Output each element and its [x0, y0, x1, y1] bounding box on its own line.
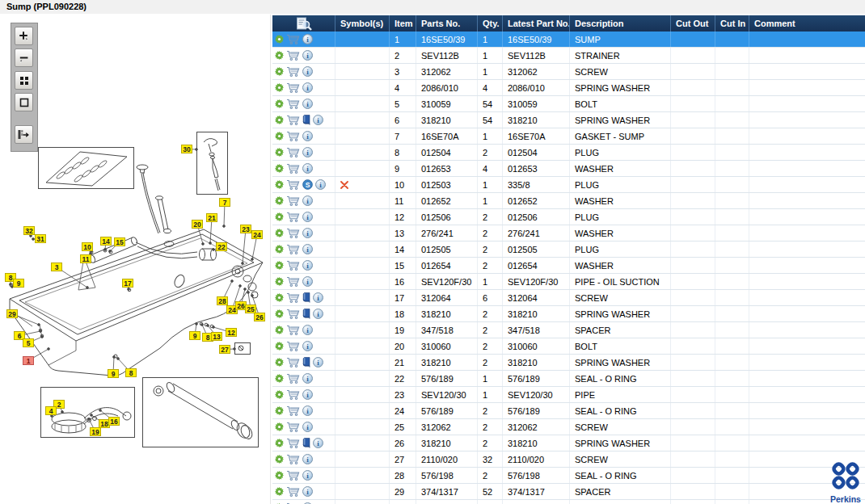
gear-icon[interactable]	[275, 245, 284, 254]
cart-icon[interactable]	[286, 373, 300, 384]
callout-label-10[interactable]: 10	[82, 242, 93, 251]
cart-icon[interactable]	[286, 179, 300, 190]
info-icon[interactable]: i	[302, 470, 313, 481]
callout-label-12[interactable]: 12	[226, 328, 237, 337]
cart-icon[interactable]	[286, 292, 300, 303]
table-row-item-15[interactable]: i150126542012654WASHER	[272, 258, 865, 274]
zoom-in-button[interactable]	[15, 27, 33, 45]
callout-label-16[interactable]: 16	[108, 417, 120, 426]
callout-label-9[interactable]: 9	[108, 369, 119, 378]
cart-icon[interactable]	[286, 212, 300, 222]
column-header-desc[interactable]: Description	[570, 15, 671, 32]
column-header-qty[interactable]: Qty.	[478, 15, 503, 32]
callout-label-9[interactable]: 9	[13, 279, 24, 288]
info-icon[interactable]: i	[302, 405, 313, 416]
table-row-item-20[interactable]: i203100602310060BOLT	[272, 338, 865, 355]
gear-icon[interactable]	[275, 132, 284, 141]
callout-label-3[interactable]: 3	[51, 262, 62, 271]
cart-icon[interactable]	[286, 260, 300, 271]
table-row-item-24[interactable]: i24576/1892576/189SEAL - O RING	[272, 403, 865, 419]
cart-icon[interactable]	[286, 115, 300, 125]
column-header-parts[interactable]: Parts No.	[416, 15, 478, 32]
callout-label-5[interactable]: 5	[23, 338, 34, 347]
gear-icon[interactable]	[275, 51, 284, 60]
info-icon[interactable]: i	[302, 66, 313, 77]
info-icon[interactable]: i	[315, 179, 326, 190]
table-row-item-21[interactable]: i213182102318210SPRING WASHER	[272, 355, 865, 371]
gear-icon[interactable]	[275, 83, 284, 92]
callout-label-32[interactable]: 32	[23, 226, 35, 235]
fit-view-button[interactable]	[15, 93, 33, 111]
info-icon[interactable]: i	[302, 212, 313, 222]
info-icon[interactable]: i	[302, 260, 313, 271]
callout-label-11[interactable]: 11	[80, 254, 91, 263]
callout-label-14[interactable]: 14	[100, 237, 112, 246]
table-row-item-25[interactable]: i253120622312062SCREW	[272, 419, 865, 435]
table-row-item-28[interactable]: i28576/1982576/198SEAL - O RING	[272, 468, 865, 484]
gear-icon[interactable]	[275, 374, 284, 383]
callout-label-19[interactable]: 19	[90, 427, 101, 436]
info-icon[interactable]: i	[302, 244, 313, 254]
table-row-item-7[interactable]: i716SE70A116SE70AGASKET - SUMP	[272, 128, 865, 145]
gear-icon[interactable]	[275, 293, 284, 302]
callout-label-31[interactable]: 31	[35, 234, 46, 243]
s-badge-icon[interactable]: S	[302, 179, 313, 190]
gear-icon[interactable]	[275, 116, 284, 124]
column-header-comment[interactable]: Comment	[749, 15, 865, 32]
cart-icon[interactable]	[286, 470, 300, 481]
info-icon[interactable]: i	[302, 50, 313, 61]
book-icon[interactable]	[302, 357, 310, 368]
callout-label-15[interactable]: 15	[114, 237, 125, 246]
callout-label-23[interactable]: 23	[240, 225, 251, 233]
info-icon[interactable]: i	[313, 292, 323, 303]
gear-icon[interactable]	[275, 309, 284, 318]
cart-icon[interactable]	[286, 341, 300, 351]
column-header-cutout[interactable]: Cut Out	[671, 15, 715, 32]
info-icon[interactable]: i	[313, 115, 323, 125]
table-row-item-9[interactable]: i90126534012653WASHER	[272, 161, 865, 177]
column-header-item[interactable]: Item	[390, 15, 416, 32]
cart-icon[interactable]	[286, 195, 300, 206]
table-row-item-8[interactable]: i80125042012504PLUG	[272, 145, 865, 161]
table-row-item-6[interactable]: i631821054318210SPRING WASHER	[272, 112, 865, 128]
info-icon[interactable]: i	[313, 357, 323, 368]
cart-icon[interactable]	[286, 147, 300, 158]
gear-icon[interactable]	[275, 164, 284, 173]
callout-label-20[interactable]: 20	[192, 220, 203, 229]
gear-icon[interactable]	[275, 439, 284, 447]
table-row-item-29[interactable]: i29374/131752374/1317SPACER	[272, 484, 865, 500]
callout-label-26[interactable]: 26	[254, 313, 265, 321]
gear-icon[interactable]	[275, 67, 284, 76]
cart-icon[interactable]	[286, 486, 300, 497]
callout-label-13[interactable]: 13	[211, 332, 222, 341]
gear-icon[interactable]	[275, 390, 284, 399]
table-row-item-11[interactable]: i110126521012652WASHER	[272, 193, 865, 209]
cart-icon[interactable]	[286, 34, 300, 44]
table-row-partial[interactable]: i	[272, 500, 865, 504]
book-icon[interactable]	[302, 309, 310, 319]
gear-icon[interactable]	[275, 422, 284, 431]
gear-icon[interactable]	[275, 487, 284, 496]
cart-icon[interactable]	[286, 405, 300, 416]
book-icon[interactable]	[302, 292, 310, 303]
gear-icon[interactable]	[275, 342, 284, 351]
gear-icon[interactable]	[275, 471, 284, 480]
table-row-item-12[interactable]: i120125062012506PLUG	[272, 209, 865, 225]
table-row-item-13[interactable]: i13276/2412276/241WASHER	[272, 225, 865, 242]
column-header-actions[interactable]	[272, 15, 335, 32]
column-header-symbols[interactable]: Symbol(s)	[335, 15, 390, 32]
gear-icon[interactable]	[275, 326, 284, 334]
gear-icon[interactable]	[275, 406, 284, 415]
gear-icon[interactable]	[275, 229, 284, 237]
callout-label-28[interactable]: 28	[217, 296, 228, 305]
table-row-item-17[interactable]: i173120646312064SCREW	[272, 290, 865, 306]
tile-view-button[interactable]	[15, 71, 33, 90]
info-icon[interactable]: i	[302, 341, 313, 351]
info-icon[interactable]: i	[302, 228, 313, 238]
callout-label-22[interactable]: 22	[216, 242, 227, 251]
table-row-item-1[interactable]: i116SE50/39116SE50/39SUMP	[272, 32, 865, 48]
callout-label-30[interactable]: 30	[181, 145, 192, 153]
cart-icon[interactable]	[286, 309, 300, 319]
cart-icon[interactable]	[286, 276, 300, 287]
cart-icon[interactable]	[286, 357, 300, 368]
